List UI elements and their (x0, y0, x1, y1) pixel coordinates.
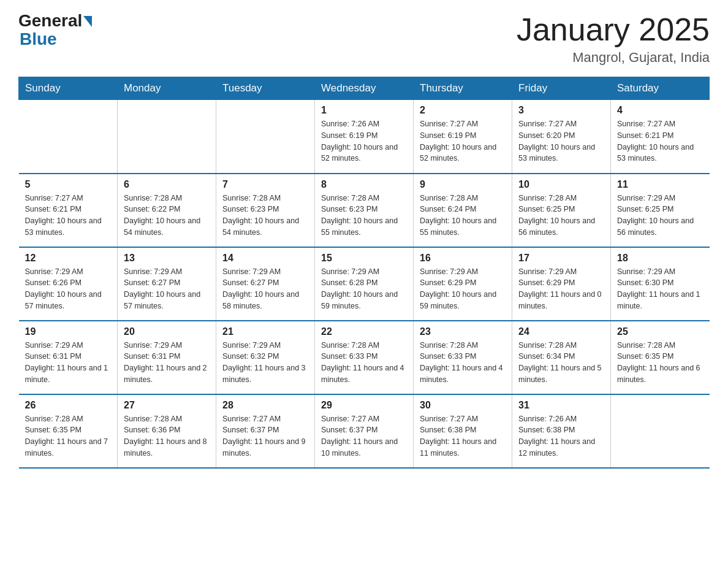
day-info: Sunrise: 7:29 AMSunset: 6:29 PMDaylight:… (518, 266, 604, 312)
calendar-cell: 2Sunrise: 7:27 AMSunset: 6:19 PMDaylight… (414, 100, 512, 174)
weekday-header-thursday: Thursday (414, 77, 512, 100)
day-number: 2 (420, 105, 506, 116)
logo: General Blue (18, 12, 92, 49)
day-number: 18 (617, 253, 703, 264)
weekday-header-friday: Friday (512, 77, 611, 100)
calendar-cell: 1Sunrise: 7:26 AMSunset: 6:19 PMDaylight… (315, 100, 414, 174)
calendar-cell: 13Sunrise: 7:29 AMSunset: 6:27 PMDayligh… (118, 247, 216, 321)
day-number: 8 (321, 179, 407, 190)
day-number: 12 (25, 253, 112, 264)
day-number: 9 (420, 179, 506, 190)
day-number: 17 (518, 253, 604, 264)
day-info: Sunrise: 7:29 AMSunset: 6:29 PMDaylight:… (420, 266, 506, 312)
day-info: Sunrise: 7:29 AMSunset: 6:27 PMDaylight:… (222, 266, 308, 312)
calendar-cell: 24Sunrise: 7:28 AMSunset: 6:34 PMDayligh… (512, 321, 611, 394)
calendar-week-5: 26Sunrise: 7:28 AMSunset: 6:35 PMDayligh… (19, 394, 710, 468)
day-number: 20 (124, 326, 210, 337)
calendar-cell (611, 394, 710, 468)
day-info: Sunrise: 7:29 AMSunset: 6:30 PMDaylight:… (617, 266, 703, 312)
day-number: 22 (321, 326, 407, 337)
calendar-cell: 11Sunrise: 7:29 AMSunset: 6:25 PMDayligh… (611, 174, 710, 247)
day-number: 27 (124, 400, 210, 411)
calendar-cell: 17Sunrise: 7:29 AMSunset: 6:29 PMDayligh… (512, 247, 611, 321)
day-info: Sunrise: 7:28 AMSunset: 6:25 PMDaylight:… (518, 193, 604, 239)
calendar-cell: 15Sunrise: 7:29 AMSunset: 6:28 PMDayligh… (315, 247, 414, 321)
calendar-cell: 25Sunrise: 7:28 AMSunset: 6:35 PMDayligh… (611, 321, 710, 394)
day-number: 3 (518, 105, 604, 116)
weekday-header-sunday: Sunday (19, 77, 118, 100)
day-number: 6 (124, 179, 210, 190)
calendar-week-1: 1Sunrise: 7:26 AMSunset: 6:19 PMDaylight… (19, 100, 710, 174)
calendar-cell: 28Sunrise: 7:27 AMSunset: 6:37 PMDayligh… (216, 394, 315, 468)
day-info: Sunrise: 7:28 AMSunset: 6:23 PMDaylight:… (222, 193, 308, 239)
day-info: Sunrise: 7:28 AMSunset: 6:33 PMDaylight:… (321, 340, 407, 386)
day-number: 14 (222, 253, 308, 264)
calendar-cell: 7Sunrise: 7:28 AMSunset: 6:23 PMDaylight… (216, 174, 315, 247)
calendar-week-2: 5Sunrise: 7:27 AMSunset: 6:21 PMDaylight… (19, 174, 710, 247)
day-info: Sunrise: 7:29 AMSunset: 6:26 PMDaylight:… (25, 266, 112, 312)
day-info: Sunrise: 7:27 AMSunset: 6:21 PMDaylight:… (617, 118, 703, 164)
day-number: 25 (617, 326, 703, 337)
day-info: Sunrise: 7:28 AMSunset: 6:24 PMDaylight:… (420, 193, 506, 239)
location-text: Mangrol, Gujarat, India (517, 50, 710, 66)
day-info: Sunrise: 7:28 AMSunset: 6:35 PMDaylight:… (617, 340, 703, 386)
weekday-header-wednesday: Wednesday (315, 77, 414, 100)
day-info: Sunrise: 7:29 AMSunset: 6:32 PMDaylight:… (222, 340, 308, 386)
page-header: General Blue January 2025 Mangrol, Gujar… (18, 12, 710, 66)
day-info: Sunrise: 7:27 AMSunset: 6:37 PMDaylight:… (321, 413, 407, 459)
day-number: 13 (124, 253, 210, 264)
day-number: 4 (617, 105, 703, 116)
day-info: Sunrise: 7:27 AMSunset: 6:21 PMDaylight:… (25, 193, 112, 239)
calendar-cell (216, 100, 315, 174)
title-block: January 2025 Mangrol, Gujarat, India (517, 12, 710, 66)
calendar-cell: 10Sunrise: 7:28 AMSunset: 6:25 PMDayligh… (512, 174, 611, 247)
day-number: 29 (321, 400, 407, 411)
calendar-cell: 21Sunrise: 7:29 AMSunset: 6:32 PMDayligh… (216, 321, 315, 394)
calendar-cell: 30Sunrise: 7:27 AMSunset: 6:38 PMDayligh… (414, 394, 512, 468)
calendar-week-3: 12Sunrise: 7:29 AMSunset: 6:26 PMDayligh… (19, 247, 710, 321)
weekday-header-saturday: Saturday (611, 77, 710, 100)
month-title: January 2025 (517, 12, 710, 47)
day-number: 11 (617, 179, 703, 190)
calendar-cell: 31Sunrise: 7:26 AMSunset: 6:38 PMDayligh… (512, 394, 611, 468)
calendar-cell: 29Sunrise: 7:27 AMSunset: 6:37 PMDayligh… (315, 394, 414, 468)
calendar-cell (19, 100, 118, 174)
calendar-cell: 19Sunrise: 7:29 AMSunset: 6:31 PMDayligh… (19, 321, 118, 394)
calendar-cell: 5Sunrise: 7:27 AMSunset: 6:21 PMDaylight… (19, 174, 118, 247)
day-number: 23 (420, 326, 506, 337)
calendar-cell: 27Sunrise: 7:28 AMSunset: 6:36 PMDayligh… (118, 394, 216, 468)
day-number: 19 (25, 326, 112, 337)
calendar-cell: 18Sunrise: 7:29 AMSunset: 6:30 PMDayligh… (611, 247, 710, 321)
day-info: Sunrise: 7:26 AMSunset: 6:19 PMDaylight:… (321, 118, 407, 164)
day-info: Sunrise: 7:28 AMSunset: 6:22 PMDaylight:… (124, 193, 210, 239)
calendar-cell: 20Sunrise: 7:29 AMSunset: 6:31 PMDayligh… (118, 321, 216, 394)
day-number: 15 (321, 253, 407, 264)
day-info: Sunrise: 7:29 AMSunset: 6:31 PMDaylight:… (25, 340, 112, 386)
weekday-header-tuesday: Tuesday (216, 77, 315, 100)
calendar-cell: 9Sunrise: 7:28 AMSunset: 6:24 PMDaylight… (414, 174, 512, 247)
day-info: Sunrise: 7:27 AMSunset: 6:37 PMDaylight:… (222, 413, 308, 459)
calendar-cell: 3Sunrise: 7:27 AMSunset: 6:20 PMDaylight… (512, 100, 611, 174)
day-number: 28 (222, 400, 308, 411)
day-number: 26 (25, 400, 112, 411)
day-info: Sunrise: 7:29 AMSunset: 6:27 PMDaylight:… (124, 266, 210, 312)
weekday-header-monday: Monday (118, 77, 216, 100)
day-number: 5 (25, 179, 112, 190)
calendar-cell: 14Sunrise: 7:29 AMSunset: 6:27 PMDayligh… (216, 247, 315, 321)
day-info: Sunrise: 7:28 AMSunset: 6:34 PMDaylight:… (518, 340, 604, 386)
day-info: Sunrise: 7:28 AMSunset: 6:36 PMDaylight:… (124, 413, 210, 459)
day-number: 16 (420, 253, 506, 264)
day-info: Sunrise: 7:26 AMSunset: 6:38 PMDaylight:… (518, 413, 604, 459)
day-info: Sunrise: 7:27 AMSunset: 6:20 PMDaylight:… (518, 118, 604, 164)
day-number: 31 (518, 400, 604, 411)
calendar-cell: 22Sunrise: 7:28 AMSunset: 6:33 PMDayligh… (315, 321, 414, 394)
day-info: Sunrise: 7:27 AMSunset: 6:38 PMDaylight:… (420, 413, 506, 459)
calendar-cell: 16Sunrise: 7:29 AMSunset: 6:29 PMDayligh… (414, 247, 512, 321)
day-info: Sunrise: 7:29 AMSunset: 6:31 PMDaylight:… (124, 340, 210, 386)
day-number: 7 (222, 179, 308, 190)
calendar-cell: 26Sunrise: 7:28 AMSunset: 6:35 PMDayligh… (19, 394, 118, 468)
calendar-cell: 23Sunrise: 7:28 AMSunset: 6:33 PMDayligh… (414, 321, 512, 394)
calendar-cell: 6Sunrise: 7:28 AMSunset: 6:22 PMDaylight… (118, 174, 216, 247)
calendar-cell (118, 100, 216, 174)
day-number: 30 (420, 400, 506, 411)
